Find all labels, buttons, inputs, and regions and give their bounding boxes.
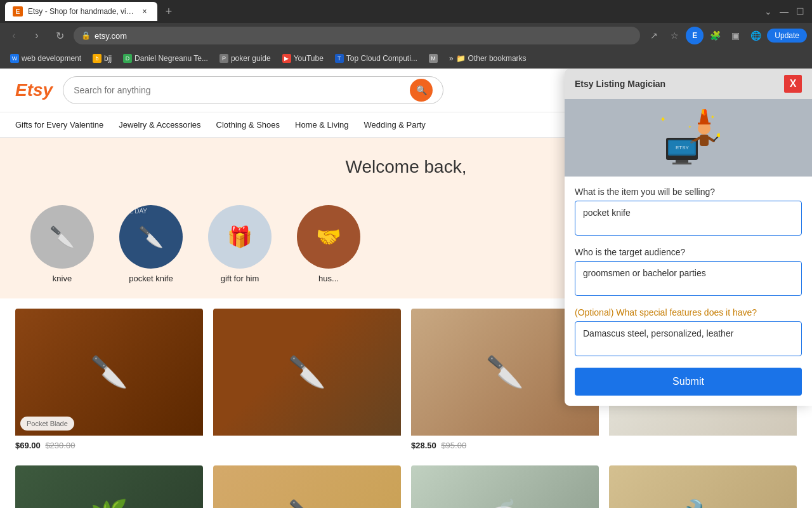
browser-icon[interactable]: 🌐 [747,27,764,44]
tab-bar-controls: ⌄ — ☐ [762,4,807,19]
lock-icon: 🔒 [81,31,91,40]
minimize-icon[interactable]: — [777,4,791,19]
nav-wedding[interactable]: Wedding & Party [364,112,426,137]
product-card-2[interactable]: 🔪 [213,309,401,455]
product-image-7: ☕ [411,465,599,508]
product-card-5[interactable]: 🌿 $27.00 $90.00 [15,465,203,508]
forward-button[interactable]: › [28,27,46,44]
bookmark-topcloud[interactable]: T Top Cloud Computi... [330,51,422,65]
category-circle-knive: 🔪 [30,205,94,269]
bookmark-youtube[interactable]: ▶ YouTube [277,51,329,65]
bookmark-favicon-bjj: b [93,54,102,63]
reload-button[interactable]: ↻ [51,27,69,44]
product-image-8: 🔧 [609,465,797,508]
popup-title: Etsy Listing Magician [575,79,665,89]
form-label-features: (Optional) What special features does it… [575,307,802,318]
svg-text:✦: ✦ [688,125,691,129]
new-tab-button[interactable]: + [160,3,178,20]
nav-gifts[interactable]: Gifts for Every Valentine [15,112,103,137]
sale-price-1: $69.00 [15,441,41,450]
collapse-icon[interactable]: ⌄ [762,4,775,19]
submit-button[interactable]: Submit [575,368,802,396]
maximize-icon[interactable]: ☐ [794,4,807,19]
svg-text:✦: ✦ [710,114,715,120]
bookmark-favicon-topcloud: T [335,54,344,63]
extensions-icon[interactable]: 🧩 [706,27,724,44]
bookmark-extra[interactable]: M [424,51,443,65]
popup-logo-area: ✦ ✦ ✦ ETSY [565,99,812,177]
bookmark-favicon-daniel: D [123,54,132,63]
category-gift-for-him[interactable]: 🎁 gift for him [208,205,272,283]
original-price-3: $95.00 [441,441,466,450]
nav-actions: ↗ ☆ E 🧩 ▣ 🌐 Update [645,27,807,44]
address-bar[interactable]: 🔒 etsy.com [74,27,640,44]
popup-header: Etsy Listing Magician X [565,69,812,99]
bookmark-favicon-extra: M [429,54,438,63]
form-label-item: What is the item you will be selling? [575,187,802,197]
form-label-audience: Who is the target audience? [575,247,802,257]
popup-form: What is the item you will be selling? Wh… [565,177,812,406]
bookmark-label-poker: poker guide [231,54,271,63]
bookmark-bjj[interactable]: b bjj [88,51,117,65]
category-knive[interactable]: 🔪 knive [30,205,94,283]
sidebar-icon[interactable]: ▣ [726,27,744,44]
features-input[interactable] [575,321,802,356]
star-icon[interactable]: ☆ [665,27,683,44]
bookmark-poker[interactable]: P poker guide [214,51,276,65]
product-card-1[interactable]: 🔪 Pocket Blade $69.00 $230.00 [15,309,203,455]
profile-icon[interactable]: E [686,27,704,44]
tab-close-button[interactable]: × [140,6,150,17]
product-image-5: 🌿 [15,465,203,508]
svg-rect-6 [698,123,710,124]
bookmark-label-daniel: Daniel Negreanu Te... [134,54,208,63]
svg-point-14 [717,133,720,137]
product-grid-row2: 🌿 $27.00 $90.00 🔪 ☕ 🔧 $19.99 [0,465,812,508]
svg-rect-3 [672,163,691,164]
product-badge-1: Pocket Blade [20,417,74,431]
category-circle-pocket-knife: ALL DAY 🔪 [119,205,183,269]
product-image-1: 🔪 Pocket Blade [15,309,203,436]
category-hus[interactable]: 🤝 hus... [297,205,360,283]
category-label-knive: knive [53,274,72,283]
update-button[interactable]: Update [767,29,807,43]
etsy-search-bar[interactable]: 🔍 [63,76,443,104]
active-tab[interactable]: E Etsy - Shop for handmade, vinta... × [5,2,157,21]
product-price-3: $28.50 $95.00 [411,436,599,455]
product-price-1: $69.00 $230.00 [15,436,203,455]
bookmark-web-dev[interactable]: W web development [5,51,86,65]
popup-close-button[interactable]: X [784,75,802,93]
category-label-hus: hus... [318,274,339,283]
product-price-4 [609,436,797,446]
bookmark-daniel[interactable]: D Daniel Negreanu Te... [118,51,213,65]
bookmarks-bar: W web development b bjj D Daniel Negrean… [0,48,812,69]
search-button[interactable]: 🔍 [410,79,433,102]
tab-bar: E Etsy - Shop for handmade, vinta... × +… [0,0,812,23]
nav-jewelry[interactable]: Jewelry & Accessories [119,112,200,137]
share-icon[interactable]: ↗ [645,27,663,44]
nav-clothing[interactable]: Clothing & Shoes [216,112,280,137]
other-bookmarks-icon: » [449,54,454,63]
nav-home[interactable]: Home & Living [295,112,349,137]
audience-input[interactable] [575,261,802,296]
form-group-features: (Optional) What special features does it… [575,307,802,359]
product-card-6[interactable]: 🔪 [213,465,401,508]
back-button[interactable]: ‹ [5,27,23,44]
browser-chrome: E Etsy - Shop for handmade, vinta... × +… [0,0,812,69]
bookmark-favicon-youtube: ▶ [282,54,291,63]
product-card-8[interactable]: 🔧 $19.99 [609,465,797,508]
category-label-pocket-knife: pocket knife [129,274,173,283]
category-circle-hus: 🤝 [297,205,360,269]
tab-favicon: E [13,6,23,17]
bookmark-label-bjj: bjj [104,54,112,63]
form-group-audience: Who is the target audience? [575,247,802,298]
category-pocket-knife[interactable]: ALL DAY 🔪 pocket knife [119,205,183,283]
bookmark-label-youtube: YouTube [294,54,324,63]
item-input[interactable] [575,201,802,236]
nav-bar: ‹ › ↻ 🔒 etsy.com ↗ ☆ E 🧩 ▣ 🌐 Update [0,23,812,48]
etsy-logo[interactable]: Etsy [15,80,53,100]
product-card-7[interactable]: ☕ [411,465,599,508]
search-input[interactable] [74,85,405,95]
svg-text:ETSY: ETSY [676,145,690,150]
popup-logo: ✦ ✦ ✦ ETSY [657,109,720,166]
bookmarks-other-button[interactable]: » 📁 Other bookmarks [444,51,532,65]
